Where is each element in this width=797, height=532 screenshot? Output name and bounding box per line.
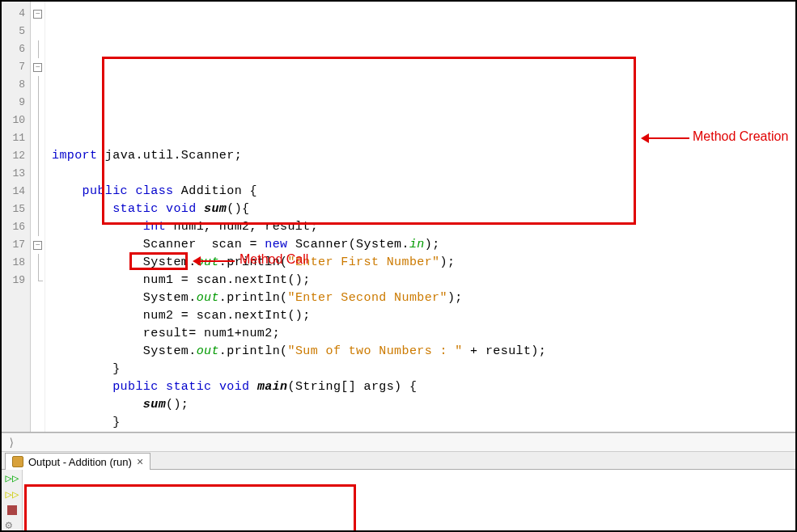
line-number: 19 — [2, 272, 30, 289]
line-number: 17 — [2, 236, 30, 254]
settings-icon[interactable]: ⚙ — [6, 518, 19, 531]
line-number: 7 — [2, 58, 30, 76]
output-tab-title: Output - Addition (run) — [28, 456, 132, 468]
output-box — [24, 484, 356, 532]
line-number: 13 — [2, 165, 30, 183]
stop-icon[interactable] — [7, 505, 17, 515]
output-tab-row: Output - Addition (run) × — [2, 452, 795, 470]
line-number: 8 — [2, 76, 30, 94]
output-icon — [12, 456, 23, 467]
rerun-alt-icon[interactable]: ▷▷ — [6, 489, 19, 502]
output-label: Output — [434, 528, 473, 532]
rerun-icon[interactable]: ▷▷ — [6, 473, 19, 486]
code-line[interactable]: result= num1+num2; — [52, 325, 795, 343]
fold-marker — [31, 94, 45, 112]
code-line[interactable]: System.out.println("Sum of two Numbers :… — [52, 343, 795, 361]
line-number: 14 — [2, 183, 30, 201]
code-line[interactable]: int num1, num2, result; — [52, 218, 795, 236]
output-tab[interactable]: Output - Addition (run) × — [5, 453, 150, 470]
method-creation-arrow — [642, 137, 689, 139]
output-toolbar: ▷▷ ▷▷ ⚙ — [2, 470, 23, 532]
method-creation-label: Method Creation — [693, 129, 788, 144]
line-number-gutter: 45678910111213141516171819 — [2, 2, 31, 432]
close-icon[interactable]: × — [137, 455, 143, 468]
code-line[interactable]: } — [52, 361, 795, 378]
code-line[interactable]: sum(); — [52, 396, 795, 414]
code-line[interactable]: } — [52, 414, 795, 432]
line-number: 5 — [2, 23, 30, 40]
code-line[interactable]: num1 = scan.nextInt(); — [52, 272, 795, 289]
output-panel: Output - Addition (run) × ▷▷ ▷▷ ⚙ Output… — [2, 452, 795, 532]
code-line[interactable] — [52, 165, 795, 183]
line-number: 11 — [2, 129, 30, 147]
fold-marker[interactable]: − — [31, 58, 45, 76]
line-number: 16 — [2, 218, 30, 236]
code-line[interactable]: System.out.println("Enter Second Number"… — [52, 289, 795, 307]
fold-marker[interactable]: − — [31, 5, 45, 23]
output-text[interactable]: Output run:Enter First Number12Enter Sec… — [23, 470, 795, 532]
fold-marker — [31, 147, 45, 165]
code-line[interactable]: Scanner scan = new Scanner(System.in); — [52, 236, 795, 254]
fold-marker — [31, 201, 45, 218]
fold-marker — [31, 76, 45, 94]
line-number: 12 — [2, 147, 30, 165]
fold-marker — [31, 183, 45, 201]
fold-marker — [31, 129, 45, 147]
line-number: 18 — [2, 254, 30, 272]
code-line[interactable]: static void sum(){ — [52, 201, 795, 218]
line-number: 15 — [2, 201, 30, 218]
fold-marker — [31, 218, 45, 236]
line-number: 4 — [2, 5, 30, 23]
code-area[interactable]: Method Creation Method Call import java.… — [45, 2, 795, 432]
code-line[interactable]: num2 = scan.nextInt(); — [52, 307, 795, 325]
fold-marker — [31, 165, 45, 183]
fold-marker — [31, 272, 45, 289]
fold-marker — [31, 23, 45, 40]
fold-marker[interactable]: − — [31, 236, 45, 254]
fold-marker — [31, 40, 45, 58]
code-line[interactable]: public class Addition { — [52, 183, 795, 201]
breadcrumb[interactable]: ⟩ — [2, 433, 795, 452]
code-line[interactable]: public static void main(String[] args) { — [52, 378, 795, 396]
line-number: 6 — [2, 40, 30, 58]
line-number: 9 — [2, 94, 30, 112]
fold-column[interactable]: −−− — [31, 2, 45, 432]
fold-marker — [31, 112, 45, 129]
code-editor[interactable]: 45678910111213141516171819 −−− Method Cr… — [2, 2, 795, 433]
fold-marker — [31, 254, 45, 272]
code-line[interactable]: System.out.println("Enter First Number")… — [52, 254, 795, 272]
line-number: 10 — [2, 112, 30, 129]
code-line[interactable]: import java.util.Scanner; — [52, 147, 795, 165]
